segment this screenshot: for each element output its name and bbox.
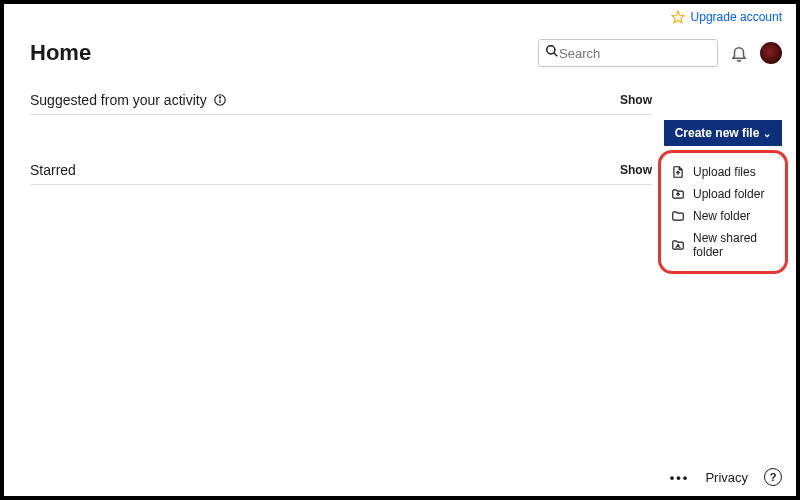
svg-line-2 (554, 53, 558, 57)
star-icon (671, 10, 685, 24)
folder-icon (671, 209, 685, 223)
menu-item-label: New shared folder (693, 231, 775, 259)
avatar[interactable] (760, 42, 782, 64)
menu-item-label: New folder (693, 209, 750, 223)
chevron-down-icon: ⌄ (763, 128, 771, 139)
info-icon[interactable] (213, 93, 227, 107)
notifications-icon[interactable] (730, 44, 748, 62)
file-upload-icon (671, 165, 685, 179)
menu-item-upload-files[interactable]: Upload files (669, 161, 777, 183)
help-button[interactable]: ? (764, 468, 782, 486)
shared-folder-icon (671, 238, 685, 252)
search-icon (545, 44, 559, 62)
suggested-show-button[interactable]: Show (620, 93, 652, 107)
section-starred-title: Starred (30, 162, 76, 178)
menu-item-label: Upload folder (693, 187, 764, 201)
svg-point-1 (547, 46, 555, 54)
menu-item-upload-folder[interactable]: Upload folder (669, 183, 777, 205)
page-title: Home (30, 40, 91, 66)
create-new-file-label: Create new file (675, 126, 760, 140)
more-options-button[interactable]: ••• (670, 470, 690, 485)
starred-show-button[interactable]: Show (620, 163, 652, 177)
section-suggested: Suggested from your activity Show (30, 92, 652, 115)
svg-marker-0 (672, 11, 684, 23)
section-suggested-title: Suggested from your activity (30, 92, 207, 108)
menu-item-new-folder[interactable]: New folder (669, 205, 777, 227)
section-starred: Starred Show (30, 162, 652, 185)
create-menu: Upload files Upload folder New folder Ne… (658, 150, 788, 274)
menu-item-new-shared-folder[interactable]: New shared folder (669, 227, 777, 263)
menu-item-label: Upload files (693, 165, 756, 179)
privacy-link[interactable]: Privacy (705, 470, 748, 485)
folder-upload-icon (671, 187, 685, 201)
svg-point-5 (219, 97, 220, 98)
search-input-wrapper[interactable] (538, 39, 718, 67)
upgrade-account-link[interactable]: Upgrade account (691, 10, 782, 24)
search-input[interactable] (559, 46, 711, 61)
create-new-file-button[interactable]: Create new file ⌄ (664, 120, 782, 146)
